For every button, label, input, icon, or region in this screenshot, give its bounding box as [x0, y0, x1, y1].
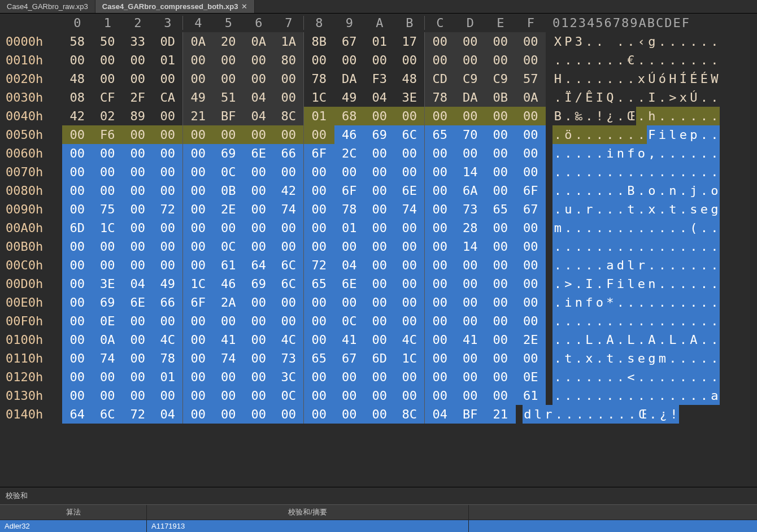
byte-cell[interactable]: 61: [516, 386, 546, 405]
byte-cell[interactable]: 00: [334, 293, 365, 312]
byte-cell[interactable]: 01: [153, 51, 184, 69]
byte-cell[interactable]: 00: [214, 405, 244, 424]
byte-cell[interactable]: 00: [62, 274, 93, 293]
byte-cell[interactable]: 6C: [93, 405, 123, 424]
byte-cell[interactable]: 6C: [274, 274, 304, 293]
byte-cell[interactable]: 00: [516, 237, 546, 256]
byte-cell[interactable]: 00: [455, 107, 486, 125]
byte-cell[interactable]: 00: [364, 274, 395, 293]
byte-cell[interactable]: 00: [243, 200, 274, 219]
byte-cell[interactable]: 33: [123, 32, 153, 51]
byte-cell[interactable]: CA: [153, 88, 184, 107]
byte-cell[interactable]: 00: [243, 349, 274, 368]
byte-cell[interactable]: 69: [214, 144, 244, 163]
byte-cell[interactable]: 00: [93, 386, 123, 405]
byte-cell[interactable]: 00: [516, 163, 546, 181]
byte-cell[interactable]: 69: [243, 274, 274, 293]
ascii-cell[interactable]: H.......xÚóHÍÉÉW: [546, 69, 726, 88]
byte-cell[interactable]: 00: [425, 312, 455, 330]
byte-cell[interactable]: 00: [304, 51, 334, 69]
byte-cell[interactable]: 00: [364, 144, 395, 163]
byte-cell[interactable]: 01: [334, 219, 365, 237]
byte-cell[interactable]: 1A: [274, 32, 304, 51]
byte-cell[interactable]: 00: [62, 181, 93, 200]
byte-cell[interactable]: 00: [243, 312, 274, 330]
ascii-cell[interactable]: .>.I.Filen......: [546, 274, 726, 293]
byte-cell[interactable]: 00: [395, 107, 425, 125]
byte-cell[interactable]: 00: [485, 125, 516, 144]
byte-cell[interactable]: 00: [62, 200, 93, 219]
byte-cell[interactable]: 4C: [395, 330, 425, 349]
byte-cell[interactable]: 6F: [304, 144, 334, 163]
byte-cell[interactable]: 8B: [304, 32, 334, 51]
byte-cell[interactable]: 42: [274, 181, 304, 200]
byte-cell[interactable]: 00: [304, 237, 334, 256]
byte-cell[interactable]: 00: [395, 144, 425, 163]
byte-cell[interactable]: 00: [243, 125, 274, 144]
byte-cell[interactable]: 00: [93, 368, 123, 386]
byte-cell[interactable]: 00: [183, 144, 214, 163]
byte-cell[interactable]: F6: [93, 125, 123, 144]
byte-cell[interactable]: 00: [62, 330, 93, 349]
byte-cell[interactable]: 00: [214, 51, 244, 69]
byte-cell[interactable]: 00: [364, 219, 395, 237]
byte-cell[interactable]: 00: [304, 405, 334, 424]
byte-cell[interactable]: 6D: [62, 219, 93, 237]
hex-row[interactable]: 00B0h00000000000C00000000000000140000...…: [6, 237, 751, 256]
byte-cell[interactable]: 00: [183, 237, 214, 256]
byte-cell[interactable]: 21: [485, 405, 516, 424]
byte-cell[interactable]: 00: [153, 256, 184, 274]
byte-cell[interactable]: 28: [455, 219, 486, 237]
byte-cell[interactable]: 00: [153, 107, 184, 125]
byte-cell[interactable]: 00: [485, 107, 516, 125]
byte-cell[interactable]: BF: [214, 107, 244, 125]
byte-cell[interactable]: 00: [425, 200, 455, 219]
byte-cell[interactable]: 00: [153, 181, 184, 200]
byte-cell[interactable]: 00: [395, 274, 425, 293]
byte-cell[interactable]: 00: [183, 219, 214, 237]
byte-cell[interactable]: 2A: [214, 293, 244, 312]
byte-cell[interactable]: 00: [93, 237, 123, 256]
byte-cell[interactable]: 00: [93, 181, 123, 200]
hex-row[interactable]: 0030h08CF2FCA495104001C49043E78DA0B0A.Ï/…: [6, 88, 751, 107]
byte-cell[interactable]: 41: [334, 330, 365, 349]
byte-cell[interactable]: 00: [364, 330, 395, 349]
ascii-cell[interactable]: .ö.......Filep..: [546, 125, 726, 144]
byte-cell[interactable]: 00: [123, 200, 153, 219]
tab-raw[interactable]: Case4_GARbro_raw.xp3: [0, 0, 95, 13]
close-icon[interactable]: ✕: [241, 2, 247, 11]
hex-row[interactable]: 0070h00000000000C00000000000000140000...…: [6, 163, 751, 181]
byte-cell[interactable]: DA: [334, 69, 365, 88]
ascii-cell[interactable]: B.‰.!¿.Œ.h......: [546, 107, 726, 125]
byte-cell[interactable]: 00: [516, 107, 546, 125]
byte-cell[interactable]: 00: [183, 163, 214, 181]
byte-cell[interactable]: 01: [304, 107, 334, 125]
byte-cell[interactable]: 04: [243, 88, 274, 107]
byte-cell[interactable]: 00: [62, 349, 93, 368]
byte-cell[interactable]: 00: [364, 405, 395, 424]
hex-view[interactable]: 0123456789ABCDEF 0123456789ABCDEF 0000h5…: [0, 14, 757, 426]
byte-cell[interactable]: C9: [455, 69, 486, 88]
byte-cell[interactable]: 00: [214, 386, 244, 405]
byte-cell[interactable]: 00: [62, 256, 93, 274]
byte-cell[interactable]: 65: [425, 125, 455, 144]
byte-cell[interactable]: 00: [334, 237, 365, 256]
byte-cell[interactable]: 1C: [183, 274, 214, 293]
byte-cell[interactable]: 8C: [395, 405, 425, 424]
byte-cell[interactable]: 00: [304, 163, 334, 181]
byte-cell[interactable]: 42: [62, 107, 93, 125]
byte-cell[interactable]: 00: [62, 163, 93, 181]
byte-cell[interactable]: 00: [123, 330, 153, 349]
byte-cell[interactable]: 00: [516, 125, 546, 144]
byte-cell[interactable]: 00: [304, 125, 334, 144]
byte-cell[interactable]: 00: [304, 368, 334, 386]
ascii-cell[interactable]: .......B.o.n.j.o: [546, 181, 726, 200]
byte-cell[interactable]: 6E: [334, 274, 365, 293]
byte-cell[interactable]: 0D: [153, 32, 184, 51]
byte-cell[interactable]: 00: [425, 256, 455, 274]
byte-cell[interactable]: 0A: [183, 32, 214, 51]
byte-cell[interactable]: 00: [93, 144, 123, 163]
byte-cell[interactable]: 00: [123, 368, 153, 386]
byte-cell[interactable]: 00: [364, 256, 395, 274]
ascii-cell[interactable]: .info*..........: [546, 293, 726, 312]
